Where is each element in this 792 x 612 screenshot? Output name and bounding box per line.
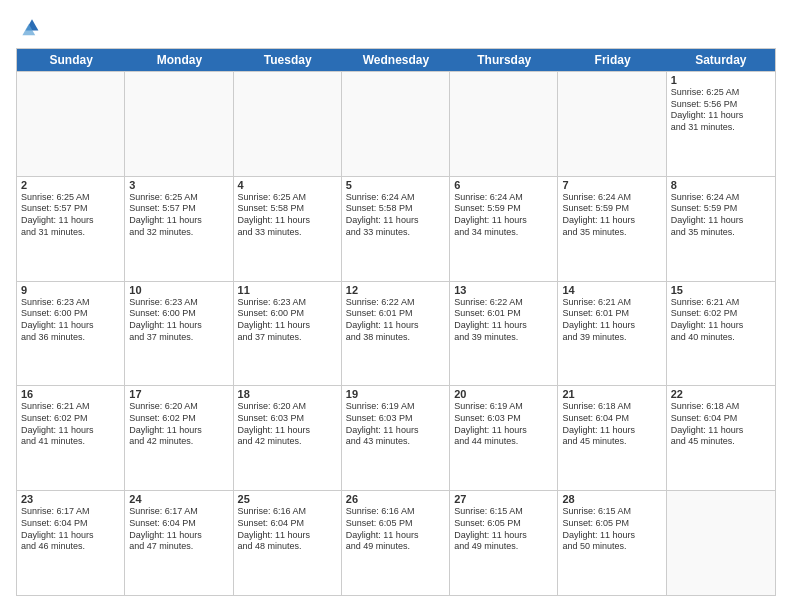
header-day-friday: Friday: [558, 49, 666, 71]
day-number: 9: [21, 284, 120, 296]
day-info: Sunrise: 6:25 AM Sunset: 5:58 PM Dayligh…: [238, 192, 337, 239]
day-info: Sunrise: 6:19 AM Sunset: 6:03 PM Dayligh…: [454, 401, 553, 448]
day-cell-17: 17Sunrise: 6:20 AM Sunset: 6:02 PM Dayli…: [125, 386, 233, 490]
day-info: Sunrise: 6:23 AM Sunset: 6:00 PM Dayligh…: [129, 297, 228, 344]
day-info: Sunrise: 6:21 AM Sunset: 6:02 PM Dayligh…: [21, 401, 120, 448]
day-number: 27: [454, 493, 553, 505]
day-number: 20: [454, 388, 553, 400]
day-number: 8: [671, 179, 771, 191]
day-cell-15: 15Sunrise: 6:21 AM Sunset: 6:02 PM Dayli…: [667, 282, 775, 386]
day-info: Sunrise: 6:21 AM Sunset: 6:01 PM Dayligh…: [562, 297, 661, 344]
day-number: 13: [454, 284, 553, 296]
day-cell-4: 4Sunrise: 6:25 AM Sunset: 5:58 PM Daylig…: [234, 177, 342, 281]
day-cell-21: 21Sunrise: 6:18 AM Sunset: 6:04 PM Dayli…: [558, 386, 666, 490]
day-number: 2: [21, 179, 120, 191]
day-info: Sunrise: 6:24 AM Sunset: 5:58 PM Dayligh…: [346, 192, 445, 239]
day-info: Sunrise: 6:22 AM Sunset: 6:01 PM Dayligh…: [454, 297, 553, 344]
day-info: Sunrise: 6:23 AM Sunset: 6:00 PM Dayligh…: [238, 297, 337, 344]
day-cell-6: 6Sunrise: 6:24 AM Sunset: 5:59 PM Daylig…: [450, 177, 558, 281]
day-number: 28: [562, 493, 661, 505]
week-row-1: 2Sunrise: 6:25 AM Sunset: 5:57 PM Daylig…: [17, 176, 775, 281]
day-number: 24: [129, 493, 228, 505]
day-info: Sunrise: 6:15 AM Sunset: 6:05 PM Dayligh…: [562, 506, 661, 553]
day-cell-20: 20Sunrise: 6:19 AM Sunset: 6:03 PM Dayli…: [450, 386, 558, 490]
day-info: Sunrise: 6:20 AM Sunset: 6:02 PM Dayligh…: [129, 401, 228, 448]
week-row-3: 16Sunrise: 6:21 AM Sunset: 6:02 PM Dayli…: [17, 385, 775, 490]
day-info: Sunrise: 6:24 AM Sunset: 5:59 PM Dayligh…: [671, 192, 771, 239]
day-info: Sunrise: 6:17 AM Sunset: 6:04 PM Dayligh…: [21, 506, 120, 553]
day-info: Sunrise: 6:24 AM Sunset: 5:59 PM Dayligh…: [562, 192, 661, 239]
day-number: 7: [562, 179, 661, 191]
day-number: 18: [238, 388, 337, 400]
empty-cell: [450, 72, 558, 176]
empty-cell: [667, 491, 775, 595]
week-row-0: 1Sunrise: 6:25 AM Sunset: 5:56 PM Daylig…: [17, 71, 775, 176]
day-cell-8: 8Sunrise: 6:24 AM Sunset: 5:59 PM Daylig…: [667, 177, 775, 281]
empty-cell: [342, 72, 450, 176]
day-info: Sunrise: 6:24 AM Sunset: 5:59 PM Dayligh…: [454, 192, 553, 239]
day-cell-28: 28Sunrise: 6:15 AM Sunset: 6:05 PM Dayli…: [558, 491, 666, 595]
day-cell-10: 10Sunrise: 6:23 AM Sunset: 6:00 PM Dayli…: [125, 282, 233, 386]
day-cell-27: 27Sunrise: 6:15 AM Sunset: 6:05 PM Dayli…: [450, 491, 558, 595]
empty-cell: [558, 72, 666, 176]
day-number: 15: [671, 284, 771, 296]
day-number: 3: [129, 179, 228, 191]
day-info: Sunrise: 6:18 AM Sunset: 6:04 PM Dayligh…: [562, 401, 661, 448]
logo-icon: [16, 16, 40, 40]
header-day-wednesday: Wednesday: [342, 49, 450, 71]
day-info: Sunrise: 6:25 AM Sunset: 5:57 PM Dayligh…: [21, 192, 120, 239]
day-info: Sunrise: 6:22 AM Sunset: 6:01 PM Dayligh…: [346, 297, 445, 344]
day-info: Sunrise: 6:21 AM Sunset: 6:02 PM Dayligh…: [671, 297, 771, 344]
day-number: 16: [21, 388, 120, 400]
day-number: 5: [346, 179, 445, 191]
day-cell-26: 26Sunrise: 6:16 AM Sunset: 6:05 PM Dayli…: [342, 491, 450, 595]
day-cell-13: 13Sunrise: 6:22 AM Sunset: 6:01 PM Dayli…: [450, 282, 558, 386]
calendar: SundayMondayTuesdayWednesdayThursdayFrid…: [16, 48, 776, 596]
day-info: Sunrise: 6:23 AM Sunset: 6:00 PM Dayligh…: [21, 297, 120, 344]
day-info: Sunrise: 6:17 AM Sunset: 6:04 PM Dayligh…: [129, 506, 228, 553]
day-info: Sunrise: 6:15 AM Sunset: 6:05 PM Dayligh…: [454, 506, 553, 553]
day-cell-19: 19Sunrise: 6:19 AM Sunset: 6:03 PM Dayli…: [342, 386, 450, 490]
empty-cell: [125, 72, 233, 176]
header-day-sunday: Sunday: [17, 49, 125, 71]
week-row-4: 23Sunrise: 6:17 AM Sunset: 6:04 PM Dayli…: [17, 490, 775, 595]
day-info: Sunrise: 6:18 AM Sunset: 6:04 PM Dayligh…: [671, 401, 771, 448]
day-info: Sunrise: 6:19 AM Sunset: 6:03 PM Dayligh…: [346, 401, 445, 448]
day-info: Sunrise: 6:25 AM Sunset: 5:57 PM Dayligh…: [129, 192, 228, 239]
day-number: 26: [346, 493, 445, 505]
day-number: 23: [21, 493, 120, 505]
day-number: 21: [562, 388, 661, 400]
day-cell-2: 2Sunrise: 6:25 AM Sunset: 5:57 PM Daylig…: [17, 177, 125, 281]
day-cell-18: 18Sunrise: 6:20 AM Sunset: 6:03 PM Dayli…: [234, 386, 342, 490]
page: SundayMondayTuesdayWednesdayThursdayFrid…: [0, 0, 792, 612]
day-cell-11: 11Sunrise: 6:23 AM Sunset: 6:00 PM Dayli…: [234, 282, 342, 386]
day-number: 4: [238, 179, 337, 191]
day-cell-22: 22Sunrise: 6:18 AM Sunset: 6:04 PM Dayli…: [667, 386, 775, 490]
day-info: Sunrise: 6:16 AM Sunset: 6:04 PM Dayligh…: [238, 506, 337, 553]
day-cell-23: 23Sunrise: 6:17 AM Sunset: 6:04 PM Dayli…: [17, 491, 125, 595]
day-number: 1: [671, 74, 771, 86]
header-day-monday: Monday: [125, 49, 233, 71]
empty-cell: [234, 72, 342, 176]
week-row-2: 9Sunrise: 6:23 AM Sunset: 6:00 PM Daylig…: [17, 281, 775, 386]
day-cell-24: 24Sunrise: 6:17 AM Sunset: 6:04 PM Dayli…: [125, 491, 233, 595]
header-day-tuesday: Tuesday: [234, 49, 342, 71]
day-cell-3: 3Sunrise: 6:25 AM Sunset: 5:57 PM Daylig…: [125, 177, 233, 281]
day-cell-12: 12Sunrise: 6:22 AM Sunset: 6:01 PM Dayli…: [342, 282, 450, 386]
logo: [16, 16, 44, 40]
day-number: 12: [346, 284, 445, 296]
header-day-saturday: Saturday: [667, 49, 775, 71]
day-info: Sunrise: 6:20 AM Sunset: 6:03 PM Dayligh…: [238, 401, 337, 448]
day-cell-1: 1Sunrise: 6:25 AM Sunset: 5:56 PM Daylig…: [667, 72, 775, 176]
day-number: 19: [346, 388, 445, 400]
day-cell-25: 25Sunrise: 6:16 AM Sunset: 6:04 PM Dayli…: [234, 491, 342, 595]
day-info: Sunrise: 6:25 AM Sunset: 5:56 PM Dayligh…: [671, 87, 771, 134]
header: [16, 16, 776, 40]
day-cell-9: 9Sunrise: 6:23 AM Sunset: 6:00 PM Daylig…: [17, 282, 125, 386]
day-number: 6: [454, 179, 553, 191]
day-number: 14: [562, 284, 661, 296]
header-day-thursday: Thursday: [450, 49, 558, 71]
calendar-body: 1Sunrise: 6:25 AM Sunset: 5:56 PM Daylig…: [17, 71, 775, 595]
day-number: 10: [129, 284, 228, 296]
day-number: 11: [238, 284, 337, 296]
